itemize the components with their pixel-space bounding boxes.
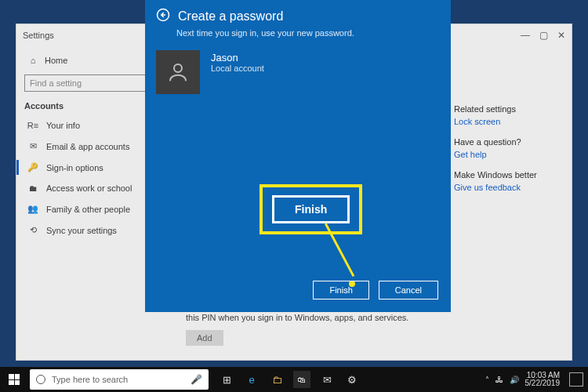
nav-access-work-school[interactable]: 🖿 Access work or school — [24, 178, 165, 198]
close-button[interactable]: ✕ — [557, 30, 565, 41]
create-password-dialog: Create a password Next time you sign in,… — [145, 0, 451, 312]
finish-highlight: Finish — [260, 184, 362, 234]
avatar — [156, 50, 200, 94]
user-account-type: Local account — [211, 64, 264, 73]
nav-sync-settings[interactable]: ⟲ Sync your settings — [24, 220, 165, 241]
tray-chevron-icon[interactable]: ˄ — [485, 376, 489, 384]
finish-button-highlighted[interactable]: Finish — [272, 195, 350, 223]
action-center-icon[interactable] — [569, 372, 583, 387]
start-button[interactable] — [0, 367, 28, 392]
home-icon: ⌂ — [27, 56, 38, 65]
mail-app-icon[interactable]: ✉ — [318, 371, 336, 388]
have-question-head: Have a question? — [454, 137, 556, 147]
windows-logo-icon — [9, 374, 20, 385]
nav-your-info[interactable]: R≡ Your info — [24, 115, 165, 136]
network-icon[interactable]: 🖧 — [495, 376, 503, 384]
briefcase-icon: 🖿 — [27, 183, 38, 193]
mail-icon: ✉ — [27, 141, 38, 151]
add-pin-button[interactable]: Add — [186, 330, 223, 346]
settings-taskbar-icon[interactable]: ⚙ — [343, 371, 361, 388]
finish-button[interactable]: Finish — [313, 281, 368, 299]
taskbar-pinned: ⊞ e 🗀 🛍 ✉ ⚙ — [218, 371, 361, 388]
dialog-title: Create a password — [178, 9, 283, 24]
lock-screen-link[interactable]: Lock screen — [454, 117, 556, 126]
store-icon[interactable]: 🛍 — [293, 371, 310, 388]
minimize-button[interactable]: — — [521, 30, 530, 41]
cancel-button[interactable]: Cancel — [379, 281, 438, 299]
home-label: Home — [45, 56, 67, 65]
system-tray: ˄ 🖧 🔊 10:03 AM 5/22/2019 — [485, 372, 589, 388]
people-icon: 👥 — [27, 204, 38, 214]
back-arrow-icon[interactable] — [156, 8, 170, 25]
key-icon: 🔑 — [27, 162, 38, 172]
edge-icon[interactable]: e — [243, 371, 260, 388]
right-column: Related settings Lock screen Have a ques… — [454, 93, 556, 192]
taskbar: Type here to search 🎤 ⊞ e 🗀 🛍 ✉ ⚙ ˄ 🖧 🔊 … — [0, 367, 588, 392]
volume-icon[interactable]: 🔊 — [510, 376, 519, 384]
user-name: Jason — [211, 52, 264, 64]
task-view-icon[interactable]: ⊞ — [218, 371, 235, 388]
file-explorer-icon[interactable]: 🗀 — [268, 371, 285, 388]
cortana-icon — [36, 375, 45, 384]
nav-signin-options[interactable]: 🔑 Sign-in options — [24, 157, 165, 178]
feedback-link[interactable]: Give us feedback — [454, 183, 556, 192]
related-settings-head: Related settings — [454, 104, 556, 114]
search-placeholder: Type here to search — [52, 375, 128, 384]
find-setting-input[interactable]: Find a setting — [24, 74, 150, 92]
get-help-link[interactable]: Get help — [454, 150, 556, 159]
maximize-button[interactable]: ▢ — [539, 30, 548, 41]
sync-icon: ⟲ — [27, 225, 38, 235]
mic-icon[interactable]: 🎤 — [191, 374, 202, 385]
clock[interactable]: 10:03 AM 5/22/2019 — [525, 372, 561, 388]
person-badge-icon: R≡ — [27, 121, 38, 130]
user-profile: Jason Local account — [145, 47, 451, 94]
dialog-subtitle: Next time you sign in, use your new pass… — [145, 27, 451, 47]
make-better-head: Make Windows better — [454, 170, 556, 180]
accounts-section-head: Accounts — [24, 101, 165, 111]
taskbar-search[interactable]: Type here to search 🎤 — [30, 369, 209, 390]
home-nav[interactable]: ⌂ Home — [24, 51, 165, 70]
svg-point-1 — [174, 64, 182, 72]
nav-family-people[interactable]: 👥 Family & other people — [24, 198, 165, 220]
nav-email-accounts[interactable]: ✉ Email & app accounts — [24, 136, 165, 157]
window-title: Settings — [23, 31, 54, 40]
